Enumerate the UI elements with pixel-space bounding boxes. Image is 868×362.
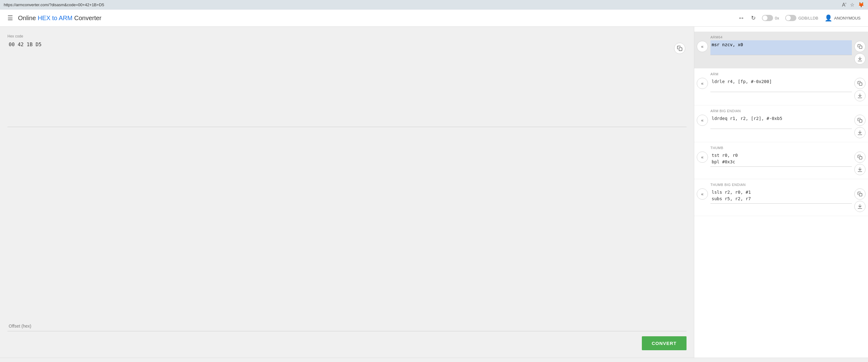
result-copy-button-0[interactable] [854,41,866,52]
result-actions-3 [854,152,866,175]
header-left: ☰ Online HEX to ARM Converter [7,14,101,22]
right-panel: «ARM64«ARM«ARM Big Endian«THUMB«THUMB Bi… [694,27,868,358]
chevron-button-1[interactable]: « [697,78,708,89]
toggle-gdb-label: GDB/LLDB [798,16,818,21]
person-icon: 👤 [825,14,832,22]
svg-rect-13 [859,193,862,196]
result-actions-4 [854,189,866,212]
result-label-0: ARM64 [710,35,852,39]
convert-button[interactable]: CONVERT [642,336,686,350]
chevron-button-2[interactable]: « [697,115,708,126]
header-right: ↔ ↻ 0x GDB/LLDB 👤 ANONYMOUS [738,14,861,22]
font-icon: A' [842,2,846,8]
result-copy-button-3[interactable] [854,152,866,163]
address-bar-left: https://armconverter.com/?disasm&code=00… [4,2,104,7]
footer: Successful conversions: 11584348 © 2024 … [0,358,868,362]
anonymous-button[interactable]: 👤 ANONYMOUS [825,14,861,22]
main-layout: Hex code 00 42 1B D5 CONVERT «ARM64«ARM«… [0,27,868,358]
result-label-4: THUMB Big Endian [710,183,852,187]
result-download-button-2[interactable] [854,127,866,138]
result-content-4: THUMB Big Endian [710,183,852,204]
result-row: «THUMB [694,142,868,179]
result-content-3: THUMB [710,146,852,168]
svg-rect-10 [859,157,862,159]
hex-input-area: Hex code 00 42 1B D5 [7,34,686,316]
svg-rect-0 [679,48,682,51]
result-row: «THUMB Big Endian [694,179,868,216]
address-bar: https://armconverter.com/?disasm&code=00… [0,0,868,10]
toggle-0x-label: 0x [775,16,779,21]
result-textarea-0[interactable] [710,40,852,55]
result-textarea-2[interactable] [710,114,852,129]
hex-input[interactable]: 00 42 1B D5 [7,40,686,127]
svg-rect-1 [859,46,862,48]
anonymous-label: ANONYMOUS [834,16,861,21]
result-row: «ARM Big Endian [694,105,868,142]
result-textarea-4[interactable] [710,188,852,204]
result-actions-0 [854,41,866,64]
toggle-0x[interactable] [762,15,773,21]
result-download-button-4[interactable] [854,201,866,212]
toggle-gdb-group: GDB/LLDB [785,15,818,21]
chevron-button-4[interactable]: « [697,189,708,200]
result-label-1: ARM [710,72,852,76]
left-panel: Hex code 00 42 1B D5 CONVERT [0,27,694,358]
result-download-button-0[interactable] [854,53,866,64]
result-actions-2 [854,115,866,138]
result-copy-button-1[interactable] [854,78,866,89]
refresh-icon[interactable]: ↻ [751,14,756,22]
title-prefix: Online [18,14,37,22]
result-copy-button-2[interactable] [854,115,866,126]
result-content-1: ARM [710,72,852,93]
offset-input[interactable] [7,321,686,331]
toggle-0x-group: 0x [762,15,779,21]
result-copy-button-4[interactable] [854,189,866,200]
svg-rect-7 [859,120,862,123]
star-icon: ☆ [850,2,854,8]
result-download-button-1[interactable] [854,90,866,101]
result-textarea-3[interactable] [710,151,852,167]
result-textarea-1[interactable] [710,77,852,92]
svg-rect-4 [859,83,862,86]
title-link[interactable]: HEX to ARM [37,14,72,22]
swap-icon[interactable]: ↔ [738,14,745,22]
result-label-2: ARM Big Endian [710,109,852,113]
hamburger-menu[interactable]: ☰ [7,14,13,22]
result-actions-1 [854,78,866,101]
url-text: https://armconverter.com/?disasm&code=00… [4,2,104,7]
chevron-button-3[interactable]: « [697,152,708,163]
result-row: «ARM64 [694,32,868,68]
fox-icon: 🦊 [858,2,864,8]
result-label-3: THUMB [710,146,852,150]
toggle-gdb[interactable] [785,15,796,21]
result-download-button-3[interactable] [854,164,866,175]
title-suffix: Converter [72,14,101,22]
result-content-2: ARM Big Endian [710,109,852,130]
hex-copy-button[interactable] [674,43,685,54]
chevron-button-0[interactable]: « [697,41,708,52]
header-title: Online HEX to ARM Converter [18,14,101,22]
hex-label: Hex code [7,34,686,38]
result-row: «ARM [694,68,868,105]
result-content-0: ARM64 [710,35,852,56]
address-bar-right: A' ☆ 🦊 [842,2,864,8]
header: ☰ Online HEX to ARM Converter ↔ ↻ 0x GDB… [0,10,868,27]
